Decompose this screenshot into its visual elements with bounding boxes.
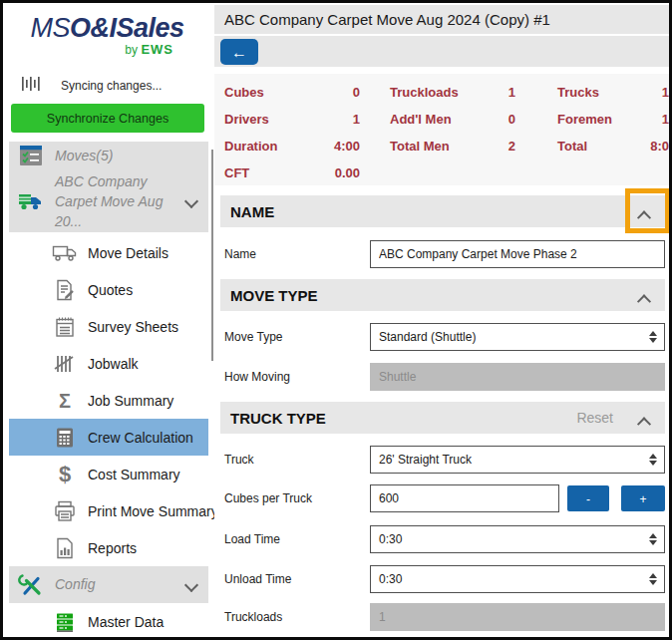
truckloads-field: 1 xyxy=(370,603,665,631)
name-input[interactable] xyxy=(370,240,665,268)
sidebar-item-label: Config xyxy=(55,574,95,594)
field-row-name: Name xyxy=(220,240,665,268)
tally-marks-icon xyxy=(51,353,79,375)
field-row-how-moving: How Moving Shuttle xyxy=(220,363,665,391)
field-row-truck: Truck 26' Straight Truck xyxy=(220,446,665,474)
sidebar-item-survey-sheets[interactable]: Survey Sheets xyxy=(9,308,208,345)
sidebar-item-crew-calculation[interactable]: Crew Calculation xyxy=(9,419,208,456)
stat-label: Trucks xyxy=(557,84,627,102)
crew-stats-panel: Cubes0 Truckloads1 Trucks1 Drivers1 Add'… xyxy=(214,74,669,185)
sidebar-item-moves[interactable]: Moves(5) xyxy=(9,142,208,170)
report-chart-icon xyxy=(51,537,79,559)
stat-label: Add'l Men xyxy=(390,111,476,129)
sidebar-item-label: Cost Summary xyxy=(88,467,180,482)
back-button[interactable]: ← xyxy=(220,39,258,65)
stat-label: Cubes xyxy=(224,84,304,102)
section-title: TRUCK TYPE xyxy=(230,410,326,427)
unload-time-select[interactable]: 0:30 xyxy=(370,565,665,593)
config-tools-icon xyxy=(17,573,45,597)
sidebar-item-label: Reports xyxy=(88,540,137,556)
collapse-chevron-up-icon[interactable] xyxy=(639,291,649,308)
stat-value: 0 xyxy=(476,111,515,129)
stat-value: 1 xyxy=(304,111,360,129)
truck-outline-icon xyxy=(51,243,79,263)
moves-checklist-icon xyxy=(17,146,45,166)
field-label: Name xyxy=(224,247,256,261)
section-title: NAME xyxy=(230,203,274,220)
field-label: Truck xyxy=(224,453,254,467)
cubes-per-truck-input[interactable] xyxy=(370,484,559,512)
sync-bars-icon xyxy=(21,75,45,97)
sidebar-item-label: Moves(5) xyxy=(55,146,113,165)
sidebar-item-move-details[interactable]: Move Details xyxy=(9,234,208,271)
move-type-select[interactable]: Standard (Shuttle) xyxy=(370,323,665,351)
reset-button[interactable]: Reset xyxy=(576,410,613,426)
load-time-selected-value: 0:30 xyxy=(379,532,402,546)
sidebar-item-label: Job Summary xyxy=(88,393,173,409)
spinner-arrows-icon[interactable] xyxy=(649,454,657,466)
printer-icon xyxy=(51,500,79,522)
sidebar-item-config[interactable]: Config xyxy=(9,566,208,603)
stat-label: Total xyxy=(557,138,627,156)
stat-value: 4:00 xyxy=(304,138,360,156)
sidebar-scrollbar-thumb[interactable] xyxy=(211,150,213,361)
sidebar-item-current-move[interactable]: ABC Company Carpet Move Aug 20... xyxy=(9,170,208,232)
stat-label: Total Men xyxy=(390,138,476,156)
stat-label: Duration xyxy=(224,138,304,156)
chevron-down-icon[interactable] xyxy=(186,576,196,594)
sidebar-item-label: ABC Company Carpet Move Aug 20... xyxy=(55,171,182,232)
spinner-arrows-icon[interactable] xyxy=(649,533,657,545)
decrement-button[interactable]: - xyxy=(567,485,609,511)
field-row-cubes-per-truck: Cubes per Truck - + xyxy=(220,484,665,512)
spinner-arrows-icon[interactable] xyxy=(649,573,657,585)
unload-time-selected-value: 0:30 xyxy=(379,572,402,586)
logo-suffix: O&ISales xyxy=(70,13,184,43)
sync-status-text: Syncing changes... xyxy=(61,79,162,93)
annotation-highlight-box xyxy=(625,188,670,233)
sync-status: Syncing changes... xyxy=(21,75,162,97)
stat-label: Drivers xyxy=(224,111,304,129)
sidebar-item-label: Print Move Summary xyxy=(88,503,218,519)
field-label: Truckloads xyxy=(224,610,282,624)
stat-label: CFT xyxy=(224,164,304,182)
stat-value: 0.00 xyxy=(304,164,360,182)
sidebar-item-print-move-summary[interactable]: Print Move Summary xyxy=(9,492,208,529)
app-logo: MSO&ISales by EWS xyxy=(3,13,211,57)
how-moving-field: Shuttle xyxy=(370,363,665,391)
move-truck-icon xyxy=(17,191,45,211)
load-time-select[interactable]: 0:30 xyxy=(370,525,665,553)
stat-value: 1 xyxy=(627,111,669,129)
field-label: Move Type xyxy=(224,330,282,344)
collapse-chevron-up-icon[interactable] xyxy=(639,414,649,431)
sidebar-item-quotes[interactable]: Quotes xyxy=(9,271,208,308)
stat-value: 2 xyxy=(476,138,515,156)
logo-ms: MS xyxy=(30,13,70,43)
main-content: ABC Company Carpet Move Aug 2024 (Copy) … xyxy=(214,3,669,637)
field-label: Unload Time xyxy=(224,572,291,586)
chevron-down-icon[interactable] xyxy=(186,192,196,210)
sidebar-item-label: Quotes xyxy=(88,282,133,298)
app-window: MSO&ISales by EWS Syncing changes... Syn… xyxy=(0,0,672,640)
stat-value: 0 xyxy=(304,84,360,102)
sidebar-item-jobwalk[interactable]: Jobwalk xyxy=(9,345,208,382)
sidebar-item-job-summary[interactable]: Σ Job Summary xyxy=(9,382,208,419)
logo-by: by xyxy=(125,43,138,57)
field-label: Cubes per Truck xyxy=(224,491,312,505)
logo-brand: EWS xyxy=(141,42,173,57)
sidebar-item-label: Crew Calculation xyxy=(88,430,193,446)
sidebar-item-reports[interactable]: Reports xyxy=(9,529,208,566)
database-stack-icon xyxy=(51,611,79,633)
field-row-unload-time: Unload Time 0:30 xyxy=(220,565,665,593)
sidebar-item-cost-summary[interactable]: $ Cost Summary xyxy=(9,456,208,492)
section-header-name: NAME xyxy=(220,195,665,227)
logo-wordmark: MSO&ISales xyxy=(3,13,211,44)
field-label: Load Time xyxy=(224,532,280,546)
section-header-truck-type: TRUCK TYPE Reset xyxy=(220,402,665,434)
truck-select[interactable]: 26' Straight Truck xyxy=(370,446,665,474)
section-title: MOVE TYPE xyxy=(230,287,318,304)
synchronize-changes-button[interactable]: Synchronize Changes xyxy=(11,104,204,133)
main-toolbar: ← xyxy=(214,36,669,67)
sidebar-item-master-data[interactable]: Master Data xyxy=(9,603,208,640)
increment-button[interactable]: + xyxy=(621,485,665,511)
spinner-arrows-icon[interactable] xyxy=(649,331,657,343)
